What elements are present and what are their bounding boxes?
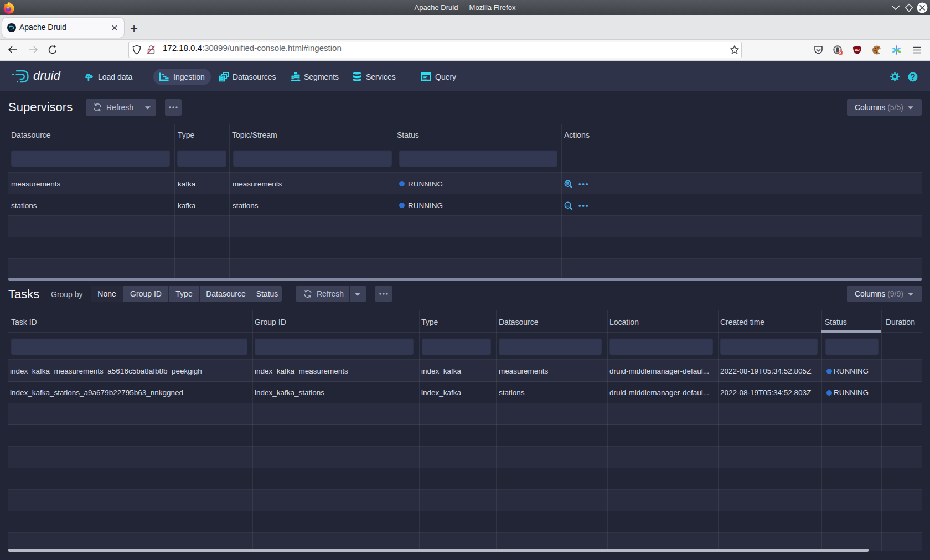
svg-text:uO: uO — [855, 48, 860, 51]
